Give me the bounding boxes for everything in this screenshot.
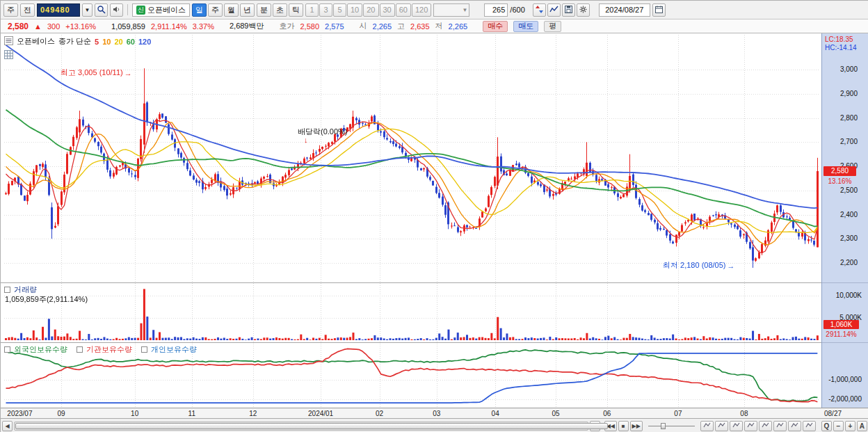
interval-button-20[interactable]: 20 [363,3,378,17]
sell-button[interactable]: 매도 [513,21,538,32]
prev-quick-button[interactable]: 전 [20,3,35,17]
pane-toggle-icon[interactable] [141,346,147,353]
interval-select[interactable]: ▼ [433,3,469,17]
bar-count-input[interactable]: 265 [484,3,508,17]
period-button-년[interactable]: 년 [240,3,255,17]
legend-price-type: 종가 단순 [58,36,91,47]
volume-pane-title: 거래량 [14,285,37,295]
eraser-button[interactable] [803,421,816,431]
bar-count-value: 265 [492,6,505,14]
wave-tool-button[interactable] [773,421,787,431]
zoom-in-button[interactable]: + [845,421,855,431]
date-input[interactable]: 2024/08/27 [599,3,650,17]
volume-percent: 2,911.14% [151,22,187,31]
low-label: 저 [435,21,443,31]
scrollbar-thumb[interactable] [15,423,608,429]
pane-toggle-icon[interactable] [4,287,10,293]
scroll-left-button[interactable]: ◀ [2,421,13,431]
interval-button-5[interactable]: 5 [333,3,346,17]
zigzag-button[interactable] [547,3,561,17]
calendar-button[interactable] [652,3,666,17]
menu-lines-icon[interactable] [4,36,13,47]
hc-value: HC:-14.14 [825,44,857,51]
screenshot-button[interactable] [715,421,728,431]
ma-legend-60: 60 [127,38,135,46]
open-label: 시 [360,21,367,31]
interval-button-60[interactable]: 60 [396,3,411,17]
subperiod-button-분[interactable]: 분 [257,3,271,17]
stop-button[interactable]: ■ [618,421,629,431]
period-button-일[interactable]: 일 [192,3,207,17]
chart-settings-icon[interactable] [4,50,15,61]
price-axis-label: 2,800 [840,115,858,122]
save-icon [564,5,573,15]
stock-search-button[interactable] [95,3,108,17]
forward-button[interactable]: ▶▶ [630,421,643,431]
interval-button-30[interactable]: 30 [380,3,395,17]
x-axis-label: 04 [492,410,499,417]
chevron-down-icon: ▼ [462,7,467,13]
period-button-주[interactable]: 주 [208,3,223,17]
date-value: 2024/08/27 [605,6,643,14]
area-select-button[interactable] [700,421,714,431]
wave-tool-icon [775,421,785,431]
left-arrow-icon: ◀ [5,423,9,429]
axis-divider [822,342,868,343]
hoga-label: 호가 [279,21,294,31]
zigzag-icon [549,5,558,15]
zoom-slider-handle[interactable] [661,423,666,429]
gear-icon [579,5,588,15]
toolbar-divider [127,4,128,15]
week-quick-button[interactable]: 주 [3,3,18,17]
pencil-icon [790,421,799,431]
x-axis-label: 12 [249,410,257,417]
font-button[interactable]: A [857,421,867,431]
x-axis-label: 08 [740,410,748,417]
interval-button-120[interactable]: 120 [412,3,431,17]
trendline-icon [761,421,770,431]
pane-toggle-icon[interactable] [77,346,83,353]
gear-button[interactable] [577,3,590,17]
interval-button-10[interactable]: 10 [347,3,362,17]
trendline-button[interactable] [759,421,772,431]
voice-button[interactable] [110,3,123,17]
pencil-button[interactable] [788,421,801,431]
subperiod-button-틱[interactable]: 틱 [289,3,303,17]
x-axis-label: 02 [376,410,383,417]
stock-code-value: 049480 [40,6,70,14]
ma-legend-120: 120 [138,38,151,46]
x-axis-label: 07 [674,410,682,417]
interval-button-3[interactable]: 3 [319,3,332,17]
buy-button[interactable]: 매수 [483,21,508,32]
x-axis-label: 05 [552,410,559,417]
avg-button[interactable]: 평 [544,21,561,32]
main-toolbar: 주 전 049480 ▼ 신 오픈베이스 일주월년 분초틱 1351020306… [1,1,868,19]
change-arrow-icon: ▲ [34,22,42,31]
x-axis: 08/27 2023/07091011122024/01020304050607… [1,408,868,418]
low-annotation: 최저 2,180 (08/05) → [663,260,735,271]
holdings-legend-label: 외국인보유수량 [14,344,67,355]
volume-axis-label: 10,000K [836,292,862,299]
compare-chart-button[interactable] [730,421,743,431]
low-price: 2,265 [449,22,468,31]
stock-type-badge: 신 [136,6,145,15]
calendar-icon [654,5,664,15]
text-tool-button[interactable] [744,421,757,431]
zoom-out-button[interactable]: − [833,421,844,431]
updown-arrows-button[interactable] [533,3,546,17]
subperiod-button-초[interactable]: 초 [273,3,287,17]
screenshot-icon [717,421,726,431]
zoom-slider[interactable] [648,422,695,431]
quote-button[interactable]: Q [821,421,832,431]
save-button[interactable] [562,3,575,17]
stock-code-input[interactable]: 049480 [37,3,80,17]
code-dropdown-button[interactable]: ▼ [82,3,93,17]
pane-toggle-icon[interactable] [4,346,10,353]
right-arrow-icon: → [728,262,735,270]
period-button-월[interactable]: 월 [224,3,239,17]
volume-pane-subtitle: 1,059,859주(2,911.14%) [5,294,88,305]
chart-scrollbar[interactable] [14,422,588,431]
current-volume-badge: 1,060K [823,320,859,329]
interval-button-1[interactable]: 1 [305,3,319,17]
forward-icon: ▶▶ [632,423,641,429]
